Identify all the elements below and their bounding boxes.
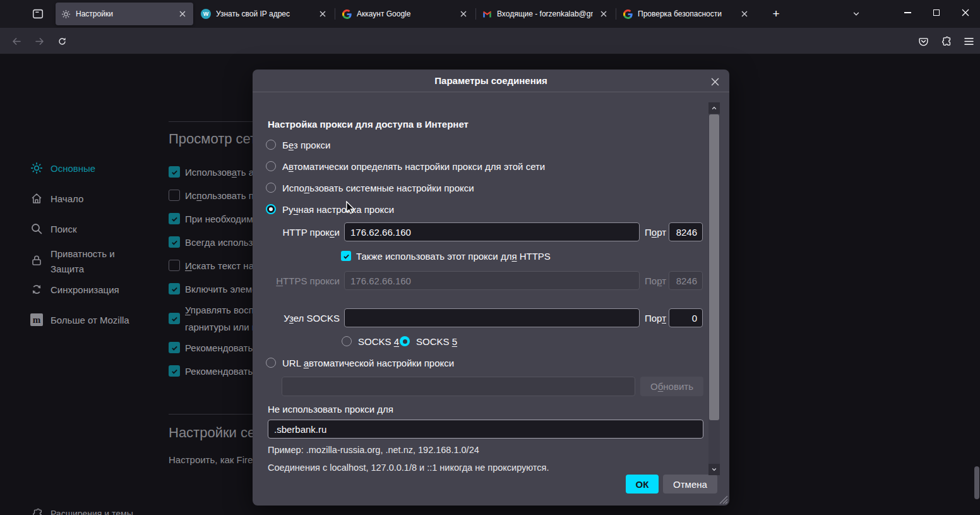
dialog-scrollbar[interactable]	[708, 102, 720, 475]
tab-google-account[interactable]: Аккаунт Google	[337, 3, 474, 25]
radio-socks4[interactable]: SOCKS 4	[342, 336, 399, 347]
http-port-input[interactable]	[669, 222, 703, 241]
back-button[interactable]	[8, 33, 25, 49]
checkbox-checked[interactable]	[169, 365, 180, 377]
radio-icon	[266, 183, 276, 193]
minimize-icon	[904, 12, 911, 13]
dialog-title: Параметры соединения	[434, 75, 547, 86]
page-scrollbar-thumb[interactable]	[974, 466, 979, 499]
list-all-tabs-button[interactable]	[847, 6, 865, 22]
pocket-button[interactable]	[914, 33, 932, 49]
checkbox-checked[interactable]	[169, 213, 180, 224]
sidebar-item-privacy[interactable]: Приватность и Защита	[30, 246, 115, 277]
reload-pac-button: Обновить	[640, 377, 703, 396]
https-proxy-label: HTTPS прокси	[268, 276, 340, 286]
window-maximize-button[interactable]	[922, 0, 951, 25]
radio-manual-proxy[interactable]: Ручная настройка прокси	[266, 203, 394, 215]
search-icon	[30, 222, 43, 235]
tab-separator	[616, 8, 616, 20]
no-proxy-for-input[interactable]	[268, 420, 703, 439]
scrollbar-up-arrow[interactable]	[708, 102, 720, 114]
scrollbar-thumb[interactable]	[709, 114, 719, 420]
pocket-icon	[918, 36, 929, 47]
tab-security-check[interactable]: Проверка безопасности	[618, 3, 755, 25]
tab-close-icon[interactable]	[739, 8, 750, 20]
sidebar-label: Синхронизация	[51, 284, 119, 295]
ok-button[interactable]: ОК	[626, 475, 659, 494]
radio-no-proxy[interactable]: Без прокси	[266, 139, 330, 150]
section-heading-network: Настройки сет	[169, 425, 253, 441]
sidebar-item-extensions-themes[interactable]: Расширения и темы	[32, 508, 133, 515]
sidebar-label: Приватность и	[51, 248, 115, 259]
app-menu-button[interactable]	[960, 33, 977, 49]
settings-checkbox-row: Всегда использ	[169, 236, 253, 248]
checkbox-unchecked[interactable]	[169, 260, 180, 271]
localhost-note-text: Соединения с localhost, 127.0.0.1/8 и ::…	[268, 463, 549, 473]
radio-icon	[342, 336, 352, 346]
radio-pac-url[interactable]: URL автоматической настройки прокси	[266, 357, 454, 368]
dialog-resize-grip[interactable]	[718, 494, 728, 504]
window-minimize-button[interactable]	[893, 0, 922, 25]
close-icon	[711, 78, 719, 86]
tab-settings[interactable]: Настройки	[56, 3, 193, 25]
checkbox-checked[interactable]	[169, 166, 180, 178]
forward-button[interactable]	[30, 33, 48, 49]
settings-checkbox-row: Включить элеме	[169, 283, 253, 295]
section-divider	[169, 414, 253, 415]
http-proxy-input[interactable]	[344, 222, 640, 241]
radio-socks5[interactable]: SOCKS 5	[400, 336, 457, 347]
sidebar-item-search[interactable]: Поиск	[30, 222, 77, 235]
sidebar-label: Основные	[51, 163, 95, 174]
new-tab-button[interactable]: +	[767, 4, 786, 23]
radio-icon	[266, 140, 276, 150]
tab-close-icon[interactable]	[317, 8, 328, 20]
navigation-toolbar: Firefox about:preferences ☆	[0, 28, 980, 54]
socks-port-input[interactable]	[669, 308, 703, 327]
chevron-down-icon	[852, 9, 861, 18]
browser-window: Настройки W Узнать свой IP адрес Аккаунт…	[0, 0, 980, 515]
cancel-button[interactable]: Отмена	[663, 475, 717, 494]
reload-button[interactable]	[53, 33, 71, 49]
use-proxy-for-https-label: Также использовать этот прокси для HTTPS	[356, 251, 551, 262]
settings-checkbox-row: Использовать п	[169, 190, 253, 202]
section-divider	[169, 121, 253, 122]
checkbox-unchecked[interactable]	[169, 190, 180, 201]
no-proxy-example-text: Пример: .mozilla-russia.org, .net.nz, 19…	[268, 445, 479, 455]
no-proxy-for-label: Не использовать прокси для	[268, 404, 393, 415]
checkbox-checked[interactable]	[169, 283, 180, 294]
settings-checkbox-row: Искать текст на	[169, 260, 253, 272]
sidebar-item-home[interactable]: Начало	[30, 192, 83, 205]
gear-icon	[30, 162, 43, 174]
reload-icon	[57, 37, 67, 46]
http-port-label: Порт	[645, 227, 666, 238]
mozilla-icon: m	[30, 313, 43, 326]
sidebar-item-sync[interactable]: Синхронизация	[30, 283, 119, 296]
lock-icon	[30, 254, 43, 267]
tab-close-icon[interactable]	[598, 8, 609, 20]
tab-gmail-inbox[interactable]: Входящие - forzenkalab@gmai	[477, 3, 614, 25]
firefox-view-button[interactable]	[28, 5, 47, 23]
sidebar-label: Поиск	[51, 224, 77, 234]
close-icon	[962, 9, 969, 16]
sidebar-item-general[interactable]: Основные	[30, 162, 95, 174]
w-circle-icon: W	[201, 9, 211, 19]
scrollbar-down-arrow[interactable]	[708, 464, 720, 475]
tab-ip-address[interactable]: W Узнать свой IP адрес	[196, 3, 333, 25]
checkbox-checked[interactable]	[169, 313, 180, 324]
extensions-button[interactable]	[937, 33, 955, 49]
firefox-view-icon	[32, 8, 44, 20]
radio-icon	[266, 161, 276, 171]
tab-separator	[335, 8, 335, 20]
sidebar-item-more-from-mozilla[interactable]: m Больше от Mozilla	[30, 313, 129, 326]
radio-system-proxy[interactable]: Использовать системные настройки прокси	[266, 182, 474, 193]
tab-close-icon[interactable]	[177, 8, 188, 20]
dialog-close-button[interactable]	[708, 75, 722, 88]
tab-close-icon[interactable]	[458, 8, 469, 20]
radio-auto-detect-proxy[interactable]: Автоматически определять настройки прокс…	[266, 161, 545, 172]
checkbox-checked[interactable]	[169, 236, 180, 248]
tab-label: Входящие - forzenkalab@gmai	[497, 9, 593, 18]
use-proxy-for-https-checkbox[interactable]	[341, 251, 351, 261]
socks-host-input[interactable]	[344, 308, 640, 327]
checkbox-checked[interactable]	[169, 342, 180, 353]
window-close-button[interactable]	[951, 0, 980, 25]
